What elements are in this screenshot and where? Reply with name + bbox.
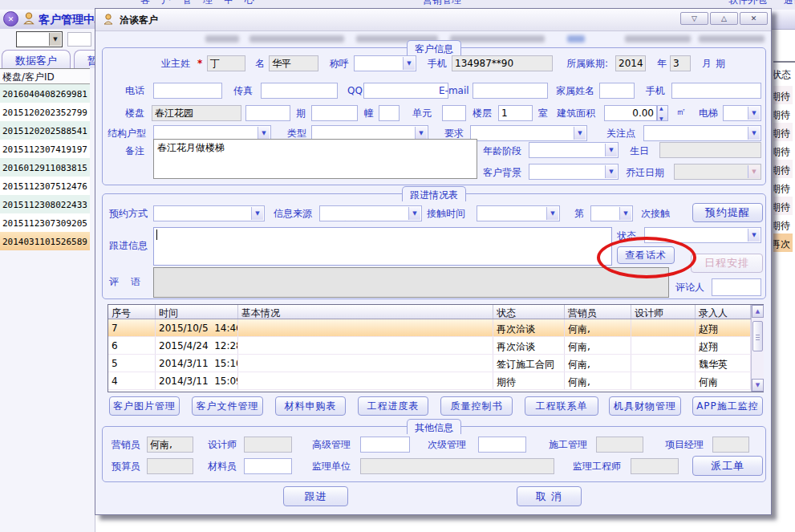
- col-time[interactable]: 时间: [156, 305, 238, 319]
- close-button[interactable]: ✕: [740, 12, 768, 25]
- chevron-down-icon[interactable]: ▼: [258, 127, 270, 140]
- minimize-button[interactable]: ▽: [680, 12, 708, 25]
- focus-combo[interactable]: ▼: [643, 125, 761, 141]
- birthday-field[interactable]: [659, 142, 761, 158]
- table-row[interactable]: 6 2015/4/24 12:28 再次洽谈 何南, 赵翔: [108, 337, 763, 355]
- dispatch-order-button[interactable]: 派工单: [692, 456, 763, 476]
- list-item[interactable]: 2015120202352799: [0, 103, 90, 121]
- follow-up-button[interactable]: 跟进: [283, 486, 348, 506]
- material-field[interactable]: [244, 458, 292, 474]
- fax-field[interactable]: [261, 83, 338, 99]
- info-source-combo[interactable]: 客户上门 ▼: [319, 205, 422, 221]
- secondary-mgr-field[interactable]: [478, 437, 526, 453]
- project-schedule-button[interactable]: 工程进度表: [358, 396, 428, 416]
- list-item[interactable]: 2016040408269981: [0, 84, 90, 103]
- table-row[interactable]: 5 2014/3/11 15:10 签订施工合同 何南, 魏华英: [108, 355, 763, 372]
- designer-field[interactable]: [244, 437, 292, 453]
- spin-up-icon[interactable]: ▲: [659, 105, 663, 111]
- follow-info-textarea[interactable]: [153, 227, 612, 266]
- project-mgr-field[interactable]: [712, 437, 749, 453]
- maximize-button[interactable]: △: [710, 12, 738, 25]
- scroll-up-button[interactable]: ▲: [752, 305, 764, 318]
- chevron-down-icon[interactable]: ▼: [251, 207, 263, 220]
- table-scrollbar[interactable]: ▲ ▼: [751, 305, 764, 392]
- customer-background-combo[interactable]: ▼: [529, 164, 619, 180]
- dialog-titlebar[interactable]: 洽谈客户 ▽ △ ✕: [95, 9, 771, 31]
- list-item[interactable]: 2015120202588541: [0, 121, 90, 140]
- app-close-icon[interactable]: ✕: [3, 11, 18, 26]
- move-date-combo[interactable]: / / ▼: [674, 164, 761, 180]
- salutation-combo[interactable]: 女士 ▼: [354, 55, 416, 71]
- floor-field[interactable]: 1: [498, 105, 533, 121]
- supervision-engineer-field[interactable]: [631, 458, 679, 474]
- unit-field[interactable]: [442, 105, 466, 121]
- chevron-down-icon[interactable]: ▼: [49, 33, 61, 46]
- chevron-down-icon[interactable]: ▼: [748, 229, 760, 242]
- remarks-textarea[interactable]: 春江花月做楼梯: [153, 139, 477, 179]
- col-basic[interactable]: 基本情况: [238, 305, 493, 319]
- quality-control-button[interactable]: 质量控制书: [440, 396, 513, 416]
- top-tab-marketing[interactable]: 营销管理: [423, 0, 461, 6]
- sales-field[interactable]: 何南,: [147, 437, 193, 453]
- contact-time-combo[interactable]: / / ▼: [477, 205, 560, 221]
- chevron-down-icon[interactable]: ▼: [619, 207, 631, 220]
- customer-files-button[interactable]: 客户文件管理: [192, 396, 263, 416]
- account-year-field[interactable]: 2014: [615, 55, 646, 71]
- customer-pictures-button[interactable]: 客户图片管理: [109, 396, 180, 416]
- chevron-down-icon[interactable]: ▼: [605, 165, 617, 178]
- list-item[interactable]: 2015112308022433: [0, 195, 90, 213]
- senior-mgr-field[interactable]: [360, 437, 410, 453]
- estate-extra-field[interactable]: [245, 105, 290, 121]
- chevron-down-icon[interactable]: ▼: [546, 207, 558, 220]
- account-month-field[interactable]: 3: [670, 55, 691, 71]
- area-spinner[interactable]: ▲ ▼: [657, 105, 668, 121]
- col-recorder[interactable]: 录入人: [696, 305, 751, 319]
- cancel-button[interactable]: 取 消: [517, 486, 582, 506]
- nth-combo[interactable]: ▼: [590, 205, 633, 221]
- col-no[interactable]: 序号: [108, 305, 156, 319]
- chevron-down-icon[interactable]: ▼: [415, 127, 427, 140]
- reminder-button[interactable]: 预约提醒: [692, 203, 763, 222]
- family-name-field[interactable]: [599, 83, 635, 99]
- owner-surname-field[interactable]: 丁: [207, 55, 245, 71]
- chevron-down-icon[interactable]: ▼: [605, 144, 617, 156]
- requirement-combo[interactable]: ▼: [470, 125, 587, 141]
- top-tab-outsourcing[interactable]: 软件外包: [728, 0, 767, 6]
- table-row[interactable]: 4 2014/3/11 15:09 期待 何南, 何南: [108, 372, 763, 390]
- chevron-down-icon[interactable]: ▼: [408, 207, 420, 220]
- commenter-field[interactable]: [712, 278, 761, 296]
- list-item[interactable]: 2015112307309205: [0, 213, 90, 232]
- budget-field[interactable]: [147, 458, 193, 474]
- age-stage-combo[interactable]: ▼: [529, 142, 619, 158]
- material-request-button[interactable]: 材料申购表: [275, 396, 346, 416]
- col-sales[interactable]: 营销员: [565, 305, 631, 319]
- app-monitoring-button[interactable]: APP施工监控: [692, 396, 763, 416]
- supervision-unit-field[interactable]: [360, 458, 554, 474]
- table-row[interactable]: 7 2015/10/5 14:46 再次洽谈 何南, 赵翔: [108, 319, 763, 337]
- list-item[interactable]: 2015112307512476: [0, 177, 90, 195]
- col-designer[interactable]: 设计师: [631, 305, 696, 319]
- family-mobile-field[interactable]: [671, 83, 761, 99]
- list-item[interactable]: 2015112307419197: [0, 140, 90, 158]
- email-field[interactable]: [473, 83, 548, 99]
- phone-field[interactable]: [153, 83, 222, 99]
- stage-field[interactable]: [311, 105, 358, 121]
- list-item-selected[interactable]: 2014031101526589: [0, 232, 90, 250]
- qq-field[interactable]: [363, 83, 448, 99]
- building-field[interactable]: [379, 105, 400, 121]
- tab-data-customers[interactable]: 数据客户: [2, 50, 71, 68]
- project-contact-button[interactable]: 工程联系单: [525, 396, 598, 416]
- list-item[interactable]: 2016012911083815: [0, 158, 90, 177]
- top-tab-communication[interactable]: 通信管理: [784, 0, 795, 6]
- spin-down-icon[interactable]: ▼: [659, 116, 663, 121]
- estate-field[interactable]: 春江花园: [152, 105, 241, 121]
- schedule-button[interactable]: 日程安排: [691, 254, 763, 273]
- chevron-down-icon[interactable]: ▼: [403, 57, 415, 70]
- area-field[interactable]: 0.00: [604, 105, 657, 121]
- scrollbar-thumb[interactable]: [752, 321, 763, 351]
- chevron-down-icon[interactable]: ▼: [748, 107, 760, 120]
- appointment-method-combo[interactable]: ▼: [153, 205, 265, 221]
- chevron-down-icon[interactable]: ▼: [574, 127, 586, 140]
- mobile-field[interactable]: 134987**90: [452, 55, 553, 71]
- filter-combo[interactable]: 默认 ▼: [16, 31, 63, 47]
